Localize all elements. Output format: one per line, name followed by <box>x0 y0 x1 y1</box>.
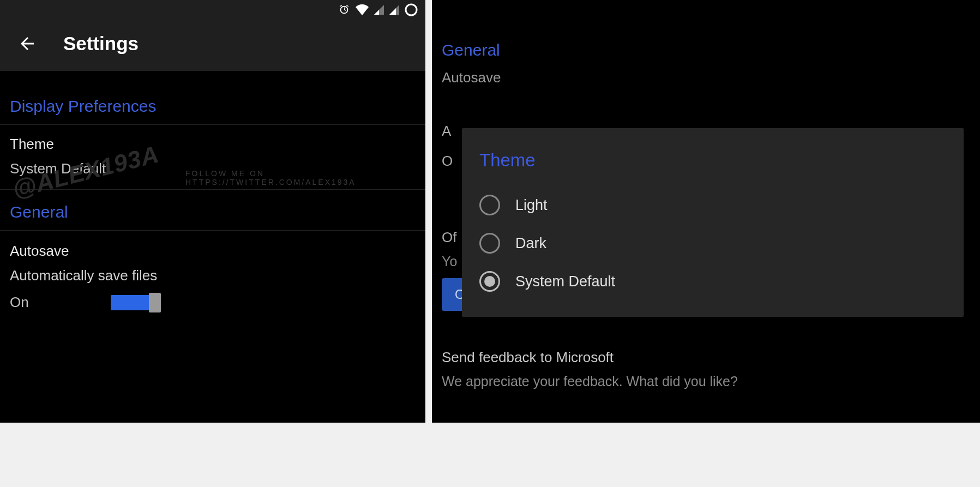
wifi-icon <box>356 4 369 15</box>
setting-autosave: Autosave Automatically save files On <box>0 231 425 311</box>
radio-icon <box>479 195 500 215</box>
autosave-state: On <box>10 294 29 311</box>
status-bar <box>0 0 425 20</box>
autosave-toggle[interactable] <box>111 295 160 310</box>
section-display-preferences: Display Preferences <box>0 71 425 125</box>
setting-theme-label: Theme <box>10 136 416 153</box>
autosave-description: Automatically save files <box>10 267 416 284</box>
page-title: Settings <box>63 33 139 55</box>
feedback-title: Send feedback to Microsoft <box>442 349 965 366</box>
screen-theme-dialog: General Autosave A O Of Yo O Send feedba… <box>432 0 980 423</box>
back-arrow-icon[interactable] <box>17 34 37 53</box>
radio-label: Light <box>515 197 548 214</box>
bg-partial-text-a: A <box>442 123 451 140</box>
bg-offline-partial: Of <box>442 229 456 246</box>
radio-icon <box>479 233 500 254</box>
bg-section-general: General <box>432 0 980 69</box>
bg-yo-partial: Yo <box>442 254 457 269</box>
app-header: Settings <box>0 20 425 71</box>
svg-point-0 <box>406 4 417 15</box>
alarm-icon <box>338 4 350 16</box>
screen-settings: Settings Display Preferences Theme Syste… <box>0 0 425 423</box>
section-general: General <box>0 190 425 231</box>
radio-option-system-default[interactable]: System Default <box>479 262 946 300</box>
theme-dialog: Theme Light Dark System Default <box>462 128 964 317</box>
autosave-label: Autosave <box>10 243 416 260</box>
bg-partial-text-o: O <box>442 153 453 170</box>
radio-option-dark[interactable]: Dark <box>479 224 946 262</box>
circle-icon <box>405 3 418 16</box>
toggle-knob <box>149 293 161 312</box>
setting-theme-value: System Default <box>10 160 416 177</box>
radio-label: System Default <box>515 273 615 290</box>
bg-autosave-label: Autosave <box>432 69 980 96</box>
feedback-row[interactable]: Send feedback to Microsoft We appreciate… <box>442 349 965 389</box>
signal-1-icon <box>374 5 384 15</box>
feedback-description: We appreciate your feedback. What did yo… <box>442 374 965 389</box>
dialog-title: Theme <box>479 150 946 171</box>
signal-2-icon <box>389 5 399 15</box>
radio-option-light[interactable]: Light <box>479 186 946 224</box>
radio-label: Dark <box>515 235 546 252</box>
radio-icon-selected <box>479 271 500 292</box>
setting-theme[interactable]: Theme System Default <box>0 125 425 190</box>
